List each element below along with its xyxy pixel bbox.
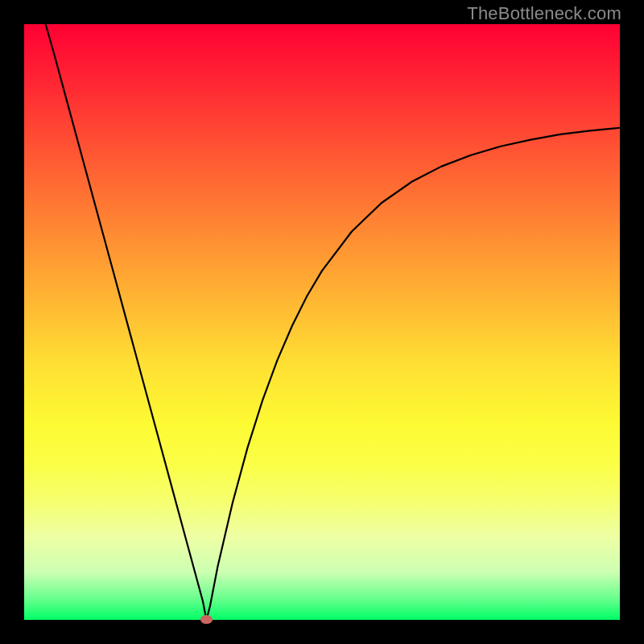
- plot-area: [24, 24, 620, 620]
- curve-path: [46, 24, 620, 620]
- watermark-text: TheBottleneck.com: [467, 3, 621, 24]
- chart-frame: TheBottleneck.com: [0, 0, 644, 644]
- minimum-marker: [200, 615, 213, 624]
- bottleneck-curve: [24, 24, 620, 620]
